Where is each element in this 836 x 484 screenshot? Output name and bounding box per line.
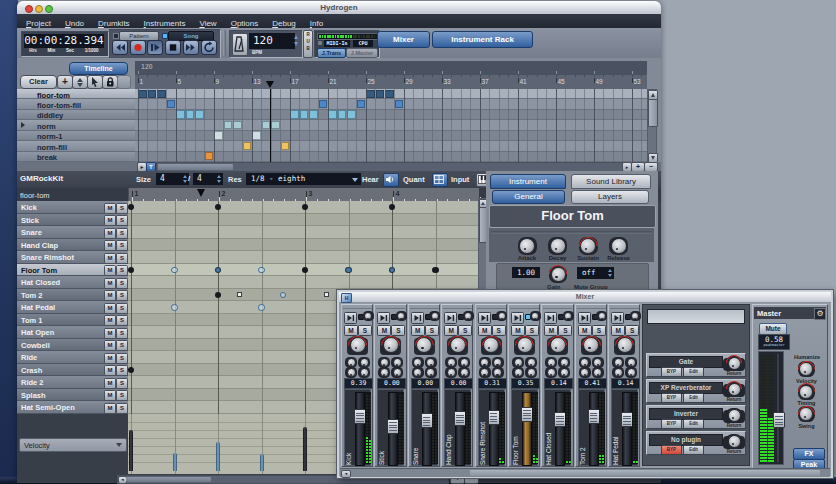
instrument-row-tom-1[interactable]: Tom 1MS <box>17 314 128 327</box>
velocity-select[interactable]: Velocity <box>19 438 127 452</box>
pattern-row-break[interactable]: break <box>17 152 135 162</box>
song-cell[interactable] <box>385 90 394 98</box>
instrument-mute-button[interactable]: M <box>104 403 116 414</box>
instrument-row-hat-pedal[interactable]: Hat PedalMS <box>17 301 128 314</box>
song-grid-row-norm[interactable] <box>135 120 647 130</box>
song-cell[interactable] <box>224 121 233 129</box>
fx-send-knob-1-cap[interactable] <box>380 358 389 367</box>
release-knob-cap[interactable] <box>611 238 627 254</box>
instrument-row-tom-2[interactable]: Tom 2MS <box>17 289 128 302</box>
fx-send-knob-4-cap[interactable] <box>627 368 636 377</box>
stop-button[interactable] <box>165 40 181 55</box>
fx-send-knob-1-cap[interactable] <box>580 358 589 367</box>
fx-edit-button[interactable]: Edit <box>683 367 704 377</box>
fx-send-knob-3-cap[interactable] <box>514 368 523 377</box>
strip-play-button[interactable] <box>411 312 424 324</box>
play-button[interactable] <box>147 40 163 55</box>
song-cell[interactable] <box>319 100 328 108</box>
song-cell[interactable] <box>366 90 375 98</box>
instrument-rack-button[interactable]: Instrument Rack <box>432 31 533 48</box>
song-grid-row-norm-1[interactable] <box>135 131 647 141</box>
strip-top-knob-cap[interactable] <box>364 312 372 320</box>
master-settings-button[interactable]: ⚙ <box>814 308 826 320</box>
rubberband-button[interactable]: RUB <box>303 30 313 58</box>
instrument-mute-button[interactable]: M <box>104 278 116 289</box>
song-cell[interactable] <box>138 90 147 98</box>
spinner-down-icon[interactable] <box>608 274 612 277</box>
song-cell[interactable] <box>271 121 280 129</box>
fx-send-knob-3-cap[interactable] <box>614 368 623 377</box>
instrument-solo-button[interactable]: S <box>116 253 128 264</box>
strip-mute-button[interactable]: M <box>344 325 358 336</box>
record-button[interactable] <box>130 40 146 55</box>
strip-solo-button[interactable]: S <box>458 325 472 336</box>
instrument-solo-button[interactable]: S <box>116 315 128 326</box>
velocity-bar[interactable] <box>216 442 220 471</box>
select-mode-button[interactable] <box>87 75 103 89</box>
size-denominator-select[interactable]: 4 <box>193 173 223 185</box>
strip-mute-button[interactable]: M <box>578 325 592 336</box>
fx-send-knob-4-cap[interactable] <box>527 368 536 377</box>
instrument-mute-button[interactable]: M <box>104 253 116 264</box>
fx-send-knob-1-cap[interactable] <box>547 358 556 367</box>
instrument-row-hat-closed[interactable]: Hat ClosedMS <box>17 276 128 289</box>
note-marker[interactable] <box>432 267 438 273</box>
song-cell[interactable] <box>300 110 309 118</box>
instrument-solo-button[interactable]: S <box>116 365 128 376</box>
song-cell[interactable] <box>290 110 299 118</box>
strip-play-button[interactable] <box>478 312 491 324</box>
fx-return-knob-cap[interactable] <box>728 409 741 422</box>
fx-bypass-button[interactable]: BYP <box>661 445 682 455</box>
fx-send-knob-2-cap[interactable] <box>360 358 369 367</box>
strip-solo-button[interactable]: S <box>358 325 372 336</box>
song-cell[interactable] <box>252 131 261 139</box>
instrument-mute-button[interactable]: M <box>104 378 116 389</box>
fx-edit-button[interactable]: Edit <box>683 419 704 429</box>
instrument-solo-button[interactable]: S <box>116 303 128 314</box>
mute-group-select[interactable]: off <box>577 267 614 279</box>
forward-button[interactable] <box>183 40 199 55</box>
instrument-row-ride-2[interactable]: Ride 2MS <box>17 376 128 389</box>
instrument-solo-button[interactable]: S <box>116 278 128 289</box>
strip-solo-button[interactable]: S <box>525 325 539 336</box>
fx-send-knob-1-cap[interactable] <box>447 358 456 367</box>
move-pattern-button[interactable] <box>72 75 88 89</box>
strip-solo-button[interactable]: S <box>425 325 439 336</box>
pattern-row-norm[interactable]: norm <box>17 120 135 130</box>
fx-send-knob-2-cap[interactable] <box>493 358 502 367</box>
song-hscroll-thumb[interactable] <box>158 164 233 171</box>
instrument-row-crash[interactable]: CrashMS <box>17 364 128 377</box>
mixer-hscroll-thumb[interactable] <box>470 470 820 476</box>
fx-send-knob-2-cap[interactable] <box>560 358 569 367</box>
tab-layers[interactable]: Layers <box>571 190 649 204</box>
fx-send-knob-3-cap[interactable] <box>347 368 356 377</box>
note-marker[interactable] <box>171 267 177 273</box>
instrument-solo-button[interactable]: S <box>116 228 128 239</box>
song-cell[interactable] <box>233 121 242 129</box>
strip-solo-button[interactable]: S <box>391 325 405 336</box>
song-cell[interactable] <box>186 110 195 118</box>
song-grid-row-break[interactable] <box>135 152 647 162</box>
instrument-mute-button[interactable]: M <box>104 328 116 339</box>
song-vscrollbar[interactable] <box>647 89 657 162</box>
instrument-solo-button[interactable]: S <box>116 290 128 301</box>
song-cell[interactable] <box>205 152 214 160</box>
fx-edit-button[interactable]: Edit <box>683 445 704 455</box>
strip-solo-button[interactable]: S <box>492 325 506 336</box>
fx-send-knob-2-cap[interactable] <box>460 358 469 367</box>
song-grid[interactable] <box>135 89 647 162</box>
fx-send-knob-2-cap[interactable] <box>593 358 602 367</box>
strip-mute-button[interactable]: M <box>511 325 525 336</box>
instrument-row-cowbell[interactable]: CowbellMS <box>17 339 128 352</box>
spinner-up-icon[interactable] <box>183 175 187 178</box>
fx-send-knob-2-cap[interactable] <box>393 358 402 367</box>
song-grid-row-floor-tom[interactable] <box>135 89 647 99</box>
fx-send-knob-4-cap[interactable] <box>560 368 569 377</box>
master-fader-handle[interactable] <box>773 412 785 428</box>
song-cell[interactable] <box>214 131 223 139</box>
size-numerator-select[interactable]: 4 <box>156 173 189 185</box>
note-marker[interactable] <box>171 304 177 310</box>
spinner-down-icon[interactable] <box>217 180 221 183</box>
song-cell[interactable] <box>376 90 385 98</box>
instrument-row-snare[interactable]: SnareMS <box>17 226 128 239</box>
